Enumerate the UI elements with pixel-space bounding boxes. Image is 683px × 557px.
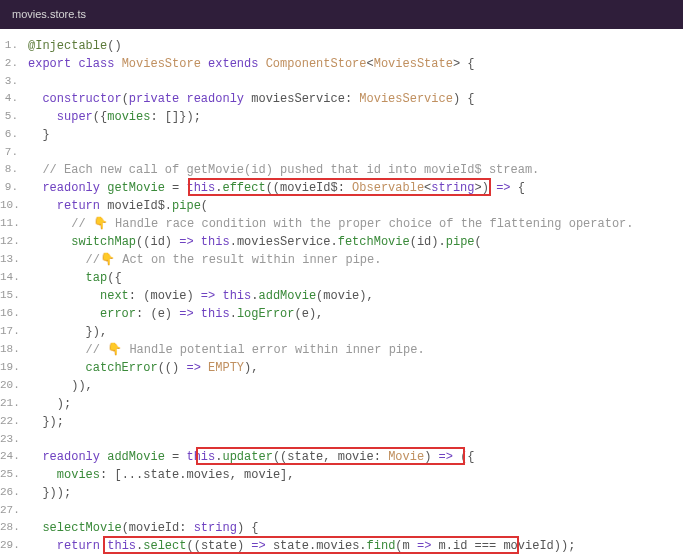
line-content: // Each new call of getMovie(id) pushed … bbox=[28, 161, 683, 179]
code-token: )), bbox=[28, 379, 93, 393]
line-content bbox=[28, 502, 683, 519]
code-token: find bbox=[367, 539, 396, 553]
code-token: ) bbox=[165, 235, 179, 249]
code-token: movie bbox=[244, 468, 280, 482]
code-token bbox=[28, 217, 71, 231]
code-token bbox=[266, 539, 273, 553]
code-token bbox=[28, 539, 57, 553]
code-token bbox=[28, 163, 42, 177]
code-token: this bbox=[186, 450, 215, 464]
code-line: 25. movies: [...state.movies, movie], bbox=[0, 466, 683, 484]
line-number: 28. bbox=[0, 519, 28, 537]
code-token: >) bbox=[475, 181, 497, 195]
line-content: }); bbox=[28, 413, 683, 431]
code-token: id bbox=[453, 539, 467, 553]
code-token: id bbox=[417, 235, 431, 249]
line-number: 1. bbox=[0, 37, 28, 55]
code-token: ); bbox=[28, 397, 71, 411]
code-line: 22. }); bbox=[0, 413, 683, 431]
line-number: 27. bbox=[0, 502, 28, 519]
code-token: e bbox=[302, 307, 309, 321]
code-token bbox=[28, 343, 86, 357]
line-number: 6. bbox=[0, 126, 28, 144]
code-token: { bbox=[511, 181, 525, 195]
code-token: pipe bbox=[446, 235, 475, 249]
code-token: => bbox=[251, 539, 265, 553]
code-token: ) bbox=[424, 450, 438, 464]
code-token: movies bbox=[107, 110, 150, 124]
code-token: getMovie bbox=[107, 181, 165, 195]
code-token: ( bbox=[410, 235, 417, 249]
line-number: 9. bbox=[0, 179, 28, 197]
code-token: readonly bbox=[42, 450, 107, 464]
code-token: tap bbox=[86, 271, 108, 285]
code-token: () bbox=[107, 39, 121, 53]
line-number: 3. bbox=[0, 73, 28, 90]
code-token: addMovie bbox=[107, 450, 165, 464]
code-token bbox=[28, 181, 42, 195]
code-token bbox=[28, 199, 57, 213]
code-token: state bbox=[201, 539, 237, 553]
code-editor: 1.@Injectable()2.export class MoviesStor… bbox=[0, 29, 683, 558]
code-line: 23. bbox=[0, 431, 683, 448]
code-token: select bbox=[143, 539, 186, 553]
code-line: 11. // 👇 Handle race condition with the … bbox=[0, 215, 683, 233]
code-token: error bbox=[100, 307, 136, 321]
code-token: ( bbox=[294, 307, 301, 321]
code-token: { bbox=[460, 57, 474, 71]
code-token bbox=[28, 468, 57, 482]
code-token: state bbox=[287, 450, 323, 464]
code-token: => bbox=[417, 539, 431, 553]
line-content: next: (movie) => this.addMovie(movie), bbox=[28, 287, 683, 305]
code-token: this bbox=[186, 181, 215, 195]
line-number: 20. bbox=[0, 377, 28, 395]
code-token: . bbox=[230, 307, 237, 321]
code-token: private bbox=[129, 92, 187, 106]
code-token: switchMap bbox=[71, 235, 136, 249]
code-token: next bbox=[100, 289, 129, 303]
code-token: : ( bbox=[129, 289, 151, 303]
line-content: catchError(() => EMPTY), bbox=[28, 359, 683, 377]
code-token: ). bbox=[431, 235, 445, 249]
code-token: return bbox=[57, 199, 107, 213]
line-number: 26. bbox=[0, 484, 28, 502]
code-line: 2.export class MoviesStore extends Compo… bbox=[0, 55, 683, 73]
code-token bbox=[28, 521, 42, 535]
code-token bbox=[28, 110, 57, 124]
line-content: }), bbox=[28, 323, 683, 341]
line-content: //👇 Act on the result within inner pipe. bbox=[28, 251, 683, 269]
code-line: 19. catchError(() => EMPTY), bbox=[0, 359, 683, 377]
code-token bbox=[28, 253, 86, 267]
filename-label: movies.store.ts bbox=[12, 8, 86, 20]
code-token: export bbox=[28, 57, 78, 71]
code-token: ) { bbox=[237, 521, 259, 535]
line-content: readonly getMovie = this.effect((movieId… bbox=[28, 179, 683, 197]
line-content: tap({ bbox=[28, 269, 683, 287]
line-content: @Injectable() bbox=[28, 37, 683, 55]
code-token: = bbox=[165, 181, 187, 195]
code-line: 29. return this.select((state) => state.… bbox=[0, 537, 683, 555]
code-token: : []}); bbox=[150, 110, 200, 124]
code-line: 9. readonly getMovie = this.effect((movi… bbox=[0, 179, 683, 197]
code-token: movies bbox=[316, 539, 359, 553]
code-token: => bbox=[186, 361, 200, 375]
code-token: }), bbox=[28, 325, 107, 339]
code-token: moviesService bbox=[251, 92, 345, 106]
code-line: 10. return movieId$.pipe( bbox=[0, 197, 683, 215]
code-token: this bbox=[201, 307, 230, 321]
code-line: 5. super({movies: []}); bbox=[0, 108, 683, 126]
code-token: ( bbox=[395, 539, 402, 553]
line-number: 8. bbox=[0, 161, 28, 179]
code-token: // Each new call of getMovie(id) pushed … bbox=[42, 163, 539, 177]
line-number: 29. bbox=[0, 537, 28, 555]
code-token: MoviesService bbox=[359, 92, 453, 106]
line-content bbox=[28, 73, 683, 90]
code-token: : bbox=[345, 92, 359, 106]
code-token: : bbox=[374, 450, 388, 464]
code-line: 14. tap({ bbox=[0, 269, 683, 287]
code-token: movieId$ bbox=[280, 181, 338, 195]
line-content: return this.select((state) => state.movi… bbox=[28, 537, 683, 555]
code-line: 21. ); bbox=[0, 395, 683, 413]
code-token: ), bbox=[309, 307, 323, 321]
code-token: movie bbox=[323, 289, 359, 303]
